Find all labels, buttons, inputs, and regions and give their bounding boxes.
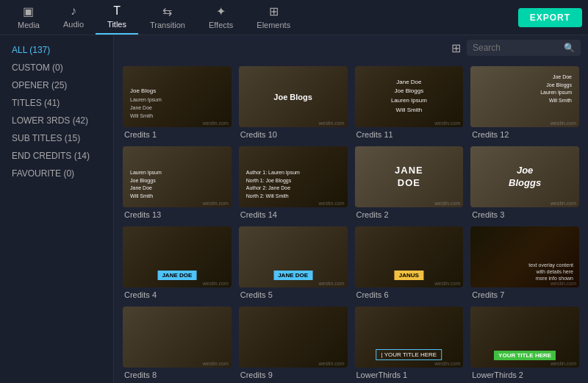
nav-transition[interactable]: ⇆ Transition [138,0,197,35]
thumb-credits12-img: Joe DoeJoe BloggsLauren IpsumWill Smith … [470,66,579,127]
nav-effects[interactable]: ✦ Effects [197,0,245,35]
thumbnail-grid-area: Joe BlogsLauren IpsumJane DoeWill Smith … [114,60,588,383]
nav-elements[interactable]: ⊞ Elements [245,0,302,35]
thumb-credits5-img: JANE DOE westin.com [239,226,348,287]
thumb-credits9[interactable]: westin.com Credits 9 [239,307,348,379]
titles-icon: T [113,4,121,18]
search-box: 🔍 [467,40,581,56]
thumb-credits10-img: Joe Blogs westin.com [239,66,348,127]
thumb-credits6[interactable]: JANUS westin.com Credits 6 [355,226,464,299]
grid-view-button[interactable]: ⊞ [451,41,461,55]
thumb-credits8[interactable]: westin.com Credits 8 [123,307,232,379]
thumb-credits10-label: Credits 10 [239,130,348,139]
sidebar-item-custom[interactable]: CUSTOM (0) [0,59,113,76]
thumb-credits12-label: Credits 12 [470,130,579,139]
thumb-credits14-img: Author 1: Lauren IpsumNorth 1: Joe Blogg… [239,146,348,207]
nav-transition-label: Transition [150,21,185,29]
thumb-credits14[interactable]: Author 1: Lauren IpsumNorth 1: Joe Blogg… [239,146,348,219]
content-toolbar: ⊞ 🔍 [114,35,588,60]
thumb-credits2[interactable]: JANE DOE westin.com Credits 2 [355,146,464,219]
media-icon: ▣ [23,4,34,18]
top-nav: ▣ Media ♪ Audio T Titles ⇆ Transition ✦ … [0,0,588,35]
thumb-lowerthirds1-img: | YOUR TITLE HERE westin.com [355,307,464,368]
sidebar-item-subtitles[interactable]: SUB TITLES (15) [0,129,113,147]
sidebar-item-endcredits[interactable]: END CREDITS (14) [0,147,113,165]
thumb-credits1-label: Credits 1 [123,130,232,139]
nav-titles[interactable]: T Titles [96,0,138,35]
thumb-credits13[interactable]: Lauren IpsumJoe BloggsJane DoeWill Smith… [123,146,232,219]
thumb-lowerthirds1[interactable]: | YOUR TITLE HERE westin.com LowerThirds… [355,307,464,379]
thumb-credits6-img: JANUS westin.com [355,226,464,287]
thumb-credits13-img: Lauren IpsumJoe BloggsJane DoeWill Smith… [123,146,232,207]
sidebar-item-opener[interactable]: OPENER (25) [0,76,113,94]
thumb-credits7-label: Credits 7 [470,290,579,299]
thumb-lowerthirds2-img: YOUR TITLE HERE westin.com [470,307,579,368]
thumb-credits13-label: Credits 13 [123,210,232,219]
thumb-credits4-label: Credits 4 [123,290,232,299]
nav-audio-label: Audio [63,20,84,29]
sidebar-item-favourite[interactable]: FAVOURITE (0) [0,165,113,182]
thumb-lowerthirds2[interactable]: YOUR TITLE HERE westin.com LowerThirds 2 [470,307,579,379]
thumb-credits8-img: westin.com [123,307,232,368]
main-layout: ◀ ALL (137) CUSTOM (0) OPENER (25) TITLE… [0,35,588,383]
thumb-credits3-img: Joe Bloggs westin.com [470,146,579,207]
nav-effects-label: Effects [209,21,233,29]
thumb-credits9-label: Credits 9 [239,371,348,379]
nav-media[interactable]: ▣ Media [6,0,51,35]
thumb-credits4-img: JANE DOE westin.com [123,226,232,287]
thumb-credits5-label: Credits 5 [239,290,348,299]
thumb-credits11-img: Jane DoeJoe BloggsLauren IpsumWill Smith… [355,66,464,127]
thumb-credits11-label: Credits 11 [355,130,464,139]
export-button[interactable]: EXPORT [518,8,582,27]
thumb-credits7-img: text overlay contentwith details heremor… [470,226,579,287]
thumb-credits11[interactable]: Jane DoeJoe BloggsLauren IpsumWill Smith… [355,66,464,139]
thumbnail-grid: Joe BlogsLauren IpsumJane DoeWill Smith … [123,66,579,379]
search-input[interactable] [473,43,561,53]
audio-icon: ♪ [71,4,76,18]
search-icon: 🔍 [564,43,575,53]
elements-icon: ⊞ [269,4,279,18]
transition-icon: ⇆ [162,4,172,18]
thumb-credits3[interactable]: Joe Bloggs westin.com Credits 3 [470,146,579,219]
thumb-credits3-label: Credits 3 [470,210,579,219]
thumb-credits1-img: Joe BlogsLauren IpsumJane DoeWill Smith … [123,66,232,127]
thumb-credits12[interactable]: Joe DoeJoe BloggsLauren IpsumWill Smith … [470,66,579,139]
thumb-credits10[interactable]: Joe Blogs westin.com Credits 10 [239,66,348,139]
thumb-credits2-label: Credits 2 [355,210,464,219]
sidebar-item-titles[interactable]: TITLES (41) [0,94,113,112]
thumb-credits7[interactable]: text overlay contentwith details heremor… [470,226,579,299]
thumb-lowerthirds2-label: LowerThirds 2 [470,371,579,379]
effects-icon: ✦ [216,4,226,18]
thumb-credits14-label: Credits 14 [239,210,348,219]
thumb-credits9-img: westin.com [239,307,348,368]
nav-audio[interactable]: ♪ Audio [51,0,96,35]
thumb-credits4[interactable]: JANE DOE westin.com Credits 4 [123,226,232,299]
nav-media-label: Media [18,21,40,29]
main-content: ⊞ 🔍 Joe BlogsLauren IpsumJane DoeWill Sm… [114,35,588,383]
thumb-credits8-label: Credits 8 [123,371,232,379]
sidebar-item-lower3rds[interactable]: LOWER 3RDS (42) [0,112,113,129]
sidebar: ◀ ALL (137) CUSTOM (0) OPENER (25) TITLE… [0,35,114,383]
sidebar-item-all[interactable]: ◀ ALL (137) [0,41,113,59]
nav-elements-label: Elements [257,21,290,29]
thumb-credits2-img: JANE DOE westin.com [355,146,464,207]
thumb-credits1[interactable]: Joe BlogsLauren IpsumJane DoeWill Smith … [123,66,232,139]
thumb-credits5[interactable]: JANE DOE westin.com Credits 5 [239,226,348,299]
nav-titles-label: Titles [107,20,126,29]
thumb-credits6-label: Credits 6 [355,290,464,299]
thumb-lowerthirds1-label: LowerThirds 1 [355,371,464,379]
